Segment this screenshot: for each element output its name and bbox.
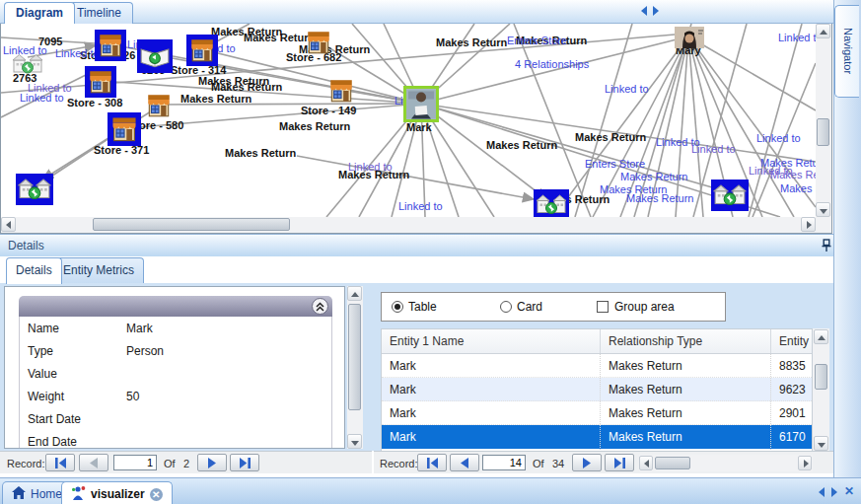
graph-label: Linked to: [348, 161, 393, 173]
table-cell: 8835: [771, 354, 813, 377]
table-header-row: Entity 1 Name Relationship Type Entity: [382, 329, 813, 354]
store-826-node[interactable]: [95, 30, 126, 61]
scroll-right-icon[interactable]: [831, 487, 837, 497]
table-hscrollbar[interactable]: [639, 455, 813, 471]
scroll-down-button[interactable]: [816, 202, 830, 217]
graph-label: Makes Return: [620, 171, 687, 182]
canvas-vscrollbar[interactable]: [816, 24, 831, 217]
table-row[interactable]: MarkMakes Return2901: [382, 401, 813, 425]
mark-person-node[interactable]: [403, 86, 439, 122]
column-header-entity[interactable]: Entity: [771, 329, 813, 353]
property-value: 50: [126, 390, 331, 403]
checkbox-icon[interactable]: [597, 301, 609, 313]
radio-selected-icon[interactable]: [392, 301, 403, 313]
tab-home-label: Home: [31, 487, 62, 501]
scroll-left-icon[interactable]: [819, 487, 825, 497]
record-number-input[interactable]: [482, 455, 526, 470]
record-of-label: Of: [533, 458, 544, 469]
first-record-button[interactable]: [45, 454, 75, 471]
tab-entity-metrics[interactable]: Entity Metrics: [53, 257, 144, 284]
graph-label: Linked to: [398, 200, 443, 212]
stores-link-node-right[interactable]: [711, 180, 749, 211]
scroll-down-button[interactable]: [814, 436, 828, 451]
relationships-table: Entity 1 Name Relationship Type Entity M…: [381, 328, 813, 452]
table-radio[interactable]: Table: [392, 300, 437, 314]
store-580-node[interactable]: [145, 91, 173, 120]
graph-label: Makes Return: [486, 139, 557, 151]
record-number-input[interactable]: [113, 455, 157, 470]
store-314-node[interactable]: [186, 35, 218, 66]
property-row: Weight50: [19, 385, 332, 407]
hscroll-thumb[interactable]: [93, 218, 290, 231]
next-record-button[interactable]: [197, 454, 227, 471]
scroll-left-button[interactable]: [639, 456, 653, 470]
graph-label: Store - 308: [67, 97, 122, 108]
mary-person-node[interactable]: [675, 27, 704, 48]
card-radio[interactable]: Card: [500, 300, 542, 314]
first-record-button[interactable]: [417, 454, 447, 471]
network-graph[interactable]: 709527636265Store - 826Store - 314Store …: [1, 24, 816, 217]
scroll-right-icon[interactable]: [653, 6, 659, 16]
table-row[interactable]: MarkMakes Return8835: [382, 354, 813, 378]
last-record-button[interactable]: [605, 454, 634, 471]
graph-label: Makes Return: [575, 131, 646, 143]
property-card-header: [19, 296, 332, 317]
graph-label: Linked to: [20, 92, 64, 104]
close-icon[interactable]: ✕: [844, 486, 854, 496]
scroll-right-button[interactable]: [801, 217, 816, 232]
diagram-canvas[interactable]: 709527636265Store - 826Store - 314Store …: [0, 24, 832, 234]
tab-details[interactable]: Details: [6, 257, 62, 284]
scroll-up-button[interactable]: [816, 24, 830, 38]
vscroll-thumb[interactable]: [815, 364, 827, 390]
column-header-entity1[interactable]: Entity 1 Name: [382, 329, 601, 353]
tab-diagram[interactable]: Diagram: [4, 2, 75, 24]
previous-record-button[interactable]: [450, 454, 479, 471]
tab-timeline[interactable]: Timeline: [65, 2, 133, 24]
collapse-button[interactable]: [312, 298, 328, 315]
receipt-book-node[interactable]: [137, 39, 173, 73]
taskbar-controls: ✕: [819, 487, 854, 497]
next-record-button[interactable]: [572, 454, 602, 471]
store-149-node[interactable]: [327, 75, 355, 107]
graph-label: Makes Return: [180, 93, 251, 105]
table-cell: 9623: [771, 378, 813, 400]
property-label: Name: [20, 322, 126, 335]
close-tab-icon[interactable]: ✕: [150, 488, 163, 501]
graph-label: Linked to: [55, 47, 100, 59]
store-682-node[interactable]: [305, 29, 332, 56]
radio-icon[interactable]: [500, 301, 512, 313]
store-308-node[interactable]: [85, 66, 116, 98]
property-label: Weight: [20, 390, 126, 403]
table-row[interactable]: MarkMakes Return9623: [382, 378, 813, 401]
hscroll-thumb[interactable]: [655, 457, 690, 469]
relationship-table-body: MarkMakes Return8835MarkMakes Return9623…: [382, 354, 813, 452]
graph-label: Enters Store: [585, 158, 645, 170]
tab-visualizer[interactable]: visualizer ✕: [61, 481, 173, 504]
document-taskbar: Home visualizer ✕ ✕: [0, 477, 861, 504]
view-options-group: Table Card Group area: [381, 292, 726, 322]
stores-link-node-mid[interactable]: [534, 189, 569, 217]
properties-vscrollbar[interactable]: [347, 286, 363, 449]
linked-stores-icon-faded[interactable]: [11, 51, 44, 77]
store-371-node[interactable]: [108, 112, 141, 146]
scroll-right-button[interactable]: [798, 456, 812, 470]
scroll-up-button[interactable]: [814, 329, 828, 344]
table-row[interactable]: MarkMakes Return6170: [382, 425, 813, 449]
scroll-down-button[interactable]: [347, 434, 362, 449]
pin-icon[interactable]: [822, 239, 831, 252]
column-header-relationship-type[interactable]: Relationship Type: [601, 329, 771, 353]
scroll-left-icon[interactable]: [641, 6, 647, 16]
stores-link-node-left[interactable]: [16, 174, 53, 205]
vscroll-thumb[interactable]: [817, 118, 829, 146]
last-record-button[interactable]: [230, 454, 259, 471]
vscroll-thumb[interactable]: [348, 304, 361, 410]
previous-record-button[interactable]: [79, 454, 108, 471]
graph-label: Makes Return: [225, 147, 296, 159]
navigator-tab[interactable]: Navigator: [834, 5, 859, 98]
graph-label: Linked to: [749, 165, 793, 177]
table-vscrollbar[interactable]: [813, 328, 829, 452]
canvas-hscrollbar[interactable]: [1, 217, 816, 233]
group-area-checkbox[interactable]: Group area: [597, 300, 675, 314]
scroll-left-button[interactable]: [1, 217, 16, 232]
scroll-up-button[interactable]: [347, 286, 362, 301]
